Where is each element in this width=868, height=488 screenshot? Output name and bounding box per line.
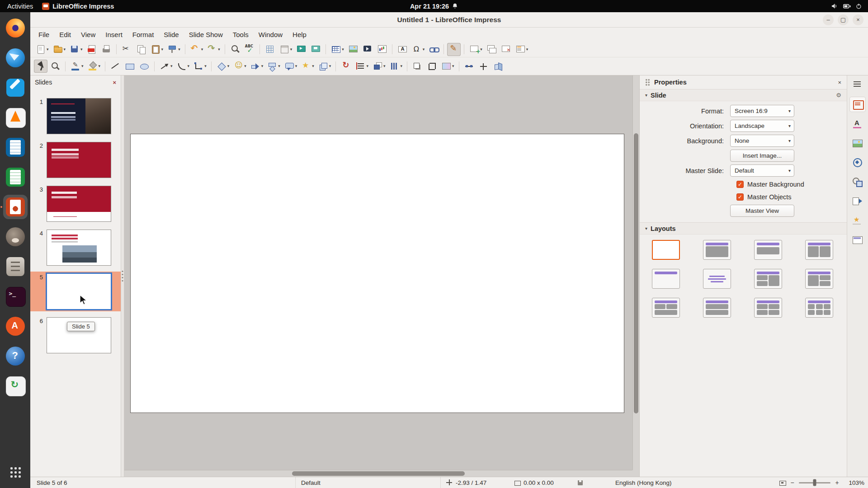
insert-special-characters-button[interactable]: ▾ — [410, 43, 426, 56]
paste-dropdown-caret[interactable]: ▾ — [161, 47, 164, 52]
connectors-button[interactable]: ▾ — [192, 60, 208, 73]
layout-title-two-content[interactable] — [805, 240, 833, 260]
menu-help[interactable]: Help — [288, 29, 311, 40]
insert-line-button[interactable] — [108, 60, 122, 73]
layout-title-slide[interactable] — [754, 240, 782, 260]
new-presentation-dropdown-caret[interactable]: ▾ — [47, 47, 49, 52]
start-from-first-slide-button[interactable] — [294, 43, 308, 56]
clock-button[interactable]: Apr 21 19:26 — [410, 3, 458, 10]
show-glue-point-functions-button[interactable] — [477, 60, 491, 73]
select-button[interactable] — [34, 60, 47, 73]
align-objects-dropdown-caret[interactable]: ▾ — [366, 64, 368, 68]
callout-shapes-button[interactable]: ▾ — [283, 60, 299, 73]
dock-vlc-button[interactable] — [3, 105, 28, 130]
menu-view[interactable]: View — [76, 29, 100, 40]
sidebar-tab-animation[interactable] — [849, 213, 866, 229]
new-slide-button[interactable]: ▾ — [467, 43, 484, 56]
redo-dropdown-caret[interactable]: ▾ — [218, 47, 220, 52]
save-dropdown-caret[interactable]: ▾ — [80, 47, 83, 52]
layout-blank[interactable] — [652, 240, 680, 260]
layout-title-two-content-and-content[interactable] — [754, 269, 782, 289]
star-shapes-button[interactable]: ▾ — [299, 60, 316, 73]
menu-edit[interactable]: Edit — [55, 29, 75, 40]
dock-files-button[interactable] — [3, 254, 28, 279]
close-button[interactable]: × — [853, 14, 863, 25]
image-filter-dropdown-caret[interactable]: ▾ — [452, 64, 454, 68]
undo-dropdown-caret[interactable]: ▾ — [201, 47, 203, 52]
insert-chart-button[interactable] — [375, 43, 389, 56]
arrange-button[interactable]: ▾ — [371, 60, 387, 73]
dock-thunderbird-button[interactable] — [3, 46, 28, 70]
find-and-replace-button[interactable] — [228, 43, 242, 56]
sidebar-grip-icon[interactable] — [645, 79, 650, 86]
insert-special-characters-dropdown-caret[interactable]: ▾ — [423, 47, 425, 52]
zoom-and-pan-button[interactable] — [48, 60, 62, 73]
zoom-slider-handle[interactable] — [813, 479, 816, 486]
master-view-button[interactable]: Master View — [730, 205, 794, 217]
rotate-button[interactable] — [339, 60, 353, 73]
minimize-button[interactable]: – — [823, 14, 834, 25]
paste-button[interactable]: ▾ — [149, 43, 165, 56]
sidebar-tab-styles[interactable] — [849, 116, 866, 131]
connectors-dropdown-caret[interactable]: ▾ — [204, 64, 207, 68]
slide-5-thumbnail[interactable] — [47, 273, 111, 310]
dock-gimp-button[interactable] — [3, 225, 28, 249]
export-as-pdf-button[interactable] — [85, 43, 99, 56]
system-tray[interactable] — [831, 3, 868, 9]
document-modified-icon[interactable] — [577, 479, 584, 486]
slide-1-thumbnail[interactable] — [47, 98, 111, 134]
sidebar-tab-gallery[interactable] — [849, 136, 866, 151]
new-presentation-button[interactable]: ▾ — [34, 43, 50, 56]
insert-text-box-button[interactable] — [396, 43, 409, 56]
title-bar[interactable]: Untitled 1 - LibreOffice Impress – ▢ × — [30, 12, 868, 28]
insert-image-button[interactable]: Insert Image... — [730, 150, 794, 162]
curves-and-polygons-button[interactable]: ▾ — [175, 60, 191, 73]
slide-editing-area[interactable] — [130, 134, 624, 413]
status-slide-indicator[interactable]: Slide 5 of 6 — [37, 479, 295, 486]
layout-title-content-over-content[interactable] — [703, 298, 731, 318]
master-slide-select[interactable]: Default ▾ — [730, 164, 794, 177]
menu-tools[interactable]: Tools — [228, 29, 253, 40]
menu-slide-show[interactable]: Slide Show — [184, 29, 227, 40]
image-filter-button[interactable]: ▾ — [439, 60, 456, 73]
basic-shapes-dropdown-caret[interactable]: ▾ — [227, 64, 230, 68]
flowchart-shapes-dropdown-caret[interactable]: ▾ — [278, 64, 280, 68]
duplicate-slide-button[interactable] — [485, 43, 498, 56]
slide-layout-button[interactable]: ▾ — [514, 43, 530, 56]
zoom-out-button[interactable]: − — [789, 479, 795, 486]
sidebar-tab-sidebar-settings[interactable] — [849, 77, 866, 93]
activities-button[interactable]: Activities — [7, 3, 33, 10]
insert-hyperlink-button[interactable] — [427, 43, 440, 56]
dock-firefox-button[interactable] — [3, 16, 28, 40]
line-color-dropdown-caret[interactable]: ▾ — [81, 64, 84, 68]
start-from-current-slide-button[interactable] — [309, 43, 322, 56]
star-shapes-dropdown-caret[interactable]: ▾ — [312, 64, 314, 68]
line-color-button[interactable]: ▾ — [69, 60, 85, 73]
cut-button[interactable] — [120, 43, 133, 56]
slide-row-3[interactable]: 3 — [30, 184, 121, 224]
clone-formatting-dropdown-caret[interactable]: ▾ — [178, 47, 180, 52]
shadow-button[interactable] — [410, 60, 424, 73]
block-arrows-dropdown-caret[interactable]: ▾ — [261, 64, 264, 68]
zoom-in-button[interactable]: + — [834, 479, 840, 486]
arrange-dropdown-caret[interactable]: ▾ — [383, 64, 386, 68]
crop-image-button[interactable] — [425, 60, 439, 73]
3d-objects-dropdown-caret[interactable]: ▾ — [329, 64, 331, 68]
horizontal-scrollbar-thumb[interactable] — [292, 471, 465, 476]
layout-title-four-content[interactable] — [754, 298, 782, 318]
slide-2-thumbnail[interactable] — [47, 142, 111, 178]
layout-title-two-content-over-content[interactable] — [652, 298, 680, 318]
zoom-slider[interactable] — [799, 482, 830, 483]
display-views-button[interactable]: ▾ — [278, 43, 294, 56]
slide-row-5[interactable]: 5 — [30, 272, 121, 311]
fit-slide-icon[interactable] — [779, 479, 786, 486]
dock-show-applications-button[interactable] — [3, 460, 28, 484]
distribute-selection-dropdown-caret[interactable]: ▾ — [400, 64, 402, 68]
toggle-extrusion-button[interactable] — [491, 60, 505, 73]
menu-slide[interactable]: Slide — [159, 29, 183, 40]
copy-button[interactable] — [134, 43, 148, 56]
sidebar-tab-master-slides[interactable] — [849, 233, 866, 248]
dock-help-button[interactable] — [3, 344, 28, 368]
menu-insert[interactable]: Insert — [101, 29, 127, 40]
insert-audio-or-video-button[interactable] — [361, 43, 374, 56]
